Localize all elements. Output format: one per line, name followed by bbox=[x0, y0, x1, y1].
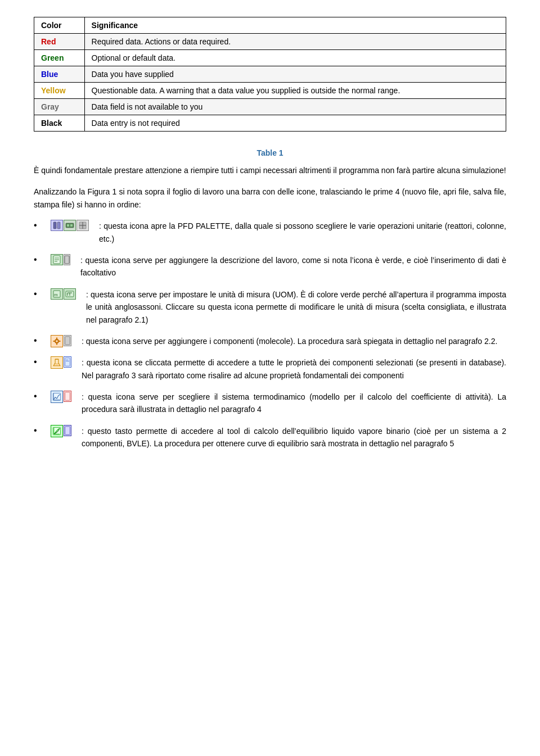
svg-rect-3 bbox=[67, 224, 69, 227]
table-header-significance: Significance bbox=[84, 17, 506, 34]
bullet-item-7: • bbox=[34, 425, 506, 450]
icon-desc-1 bbox=[51, 254, 63, 265]
table-cell-color-5: Black bbox=[34, 115, 85, 132]
icon-components bbox=[51, 335, 74, 347]
color-significance-table: Color Significance RedRequired data. Act… bbox=[34, 17, 506, 132]
svg-rect-1 bbox=[57, 222, 60, 229]
bullet-text-6: : questa icona serve per scegliere il si… bbox=[82, 391, 506, 416]
svg-rect-22 bbox=[56, 343, 57, 345]
icon-vle-side bbox=[64, 425, 71, 436]
bullet-text-4: : questa icona serve per aggiungere i co… bbox=[82, 335, 506, 347]
bullet-text-1: : questa icona apre la PFD PALETTE, dall… bbox=[99, 220, 506, 245]
bullet-text-3: : questa icona serve per impostare le un… bbox=[86, 288, 506, 326]
icon-vle-1 bbox=[51, 425, 63, 437]
table-cell-color-4: Gray bbox=[34, 99, 85, 115]
icon-box-1 bbox=[51, 220, 63, 231]
bullet-marker-3: • bbox=[34, 288, 51, 298]
svg-text:m: m bbox=[54, 292, 58, 297]
svg-rect-4 bbox=[70, 224, 73, 227]
svg-rect-0 bbox=[53, 222, 56, 229]
bullet-6-content: : questa icona serve per scegliere il si… bbox=[51, 391, 506, 416]
icon-prop-1 bbox=[51, 356, 63, 369]
bullet-marker-6: • bbox=[34, 391, 51, 401]
svg-rect-21 bbox=[56, 337, 57, 339]
bullet-list: • bbox=[34, 220, 506, 450]
svg-rect-27 bbox=[55, 359, 58, 360]
table-cell-significance-5: Data entry is not required bbox=[84, 115, 506, 132]
table-caption: Table 1 bbox=[34, 148, 506, 157]
icon-thermo-side bbox=[64, 391, 71, 402]
icon-vle bbox=[51, 425, 74, 437]
table-cell-significance-4: Data field is not available to you bbox=[84, 99, 506, 115]
svg-rect-25 bbox=[65, 337, 70, 345]
svg-rect-29 bbox=[53, 393, 60, 401]
table-header-color: Color bbox=[34, 17, 85, 34]
bullet-4-content: : questa icona serve per aggiungere i co… bbox=[51, 335, 506, 347]
bullet-2-content: : questa icona serve per aggiungere la d… bbox=[51, 254, 506, 279]
bullet-item-1: • bbox=[34, 220, 506, 245]
bullet-7-content: : questo tasto permette di accedere al t… bbox=[51, 425, 506, 450]
icon-desc-2 bbox=[64, 254, 70, 265]
icon-comp-1 bbox=[51, 335, 63, 347]
bullet-1-content: : questa icona apre la PFD PALETTE, dall… bbox=[51, 220, 506, 245]
svg-rect-36 bbox=[65, 427, 70, 435]
icon-uom-1: m bbox=[51, 288, 63, 300]
table-cell-color-0: Red bbox=[34, 34, 85, 50]
table-cell-significance-0: Required data. Actions or data required. bbox=[84, 34, 506, 50]
icon-box-2 bbox=[64, 220, 76, 231]
table-cell-significance-2: Data you have supplied bbox=[84, 66, 506, 83]
bullet-text-5: : questa icona se cliccata permette di a… bbox=[82, 356, 506, 382]
icon-prop-side bbox=[64, 356, 71, 368]
bullet-item-2: • bbox=[34, 254, 506, 279]
icon-thermo-1 bbox=[51, 391, 63, 403]
bullet-marker-5: • bbox=[34, 356, 51, 366]
svg-point-20 bbox=[56, 340, 58, 342]
svg-rect-23 bbox=[53, 341, 55, 342]
table-cell-significance-1: Optional or default data. bbox=[84, 50, 506, 66]
icon-thermo bbox=[51, 391, 74, 403]
icon-box-3 bbox=[76, 220, 89, 231]
icon-description bbox=[51, 254, 73, 265]
bullet-marker-2: • bbox=[34, 254, 51, 264]
intro-paragraph: È quindi fondamentale prestare attenzion… bbox=[34, 164, 506, 176]
table-cell-significance-3: Questionable data. A warning that a data… bbox=[84, 83, 506, 99]
bullet-item-4: • bbox=[34, 335, 506, 347]
bullet-marker-1: • bbox=[34, 220, 51, 230]
bullet-text-7: : questo tasto permette di accedere al t… bbox=[82, 425, 506, 450]
svg-rect-12 bbox=[65, 256, 69, 264]
svg-rect-28 bbox=[65, 358, 70, 366]
icon-properties bbox=[51, 356, 74, 369]
table-cell-color-1: Green bbox=[34, 50, 85, 66]
table-cell-color-3: Yellow bbox=[34, 83, 85, 99]
bullet-marker-4: • bbox=[34, 335, 51, 345]
icon-uom: m bbox=[51, 288, 78, 300]
bullet-item-3: • m bbox=[34, 288, 506, 326]
icon-pfd-palette bbox=[51, 220, 91, 231]
bullet-5-content: : questa icona se cliccata permette di a… bbox=[51, 356, 506, 382]
bullet-text-2: : questa icona serve per aggiungere la d… bbox=[80, 254, 506, 279]
table-cell-color-2: Blue bbox=[34, 66, 85, 83]
svg-rect-24 bbox=[59, 341, 61, 342]
bullet-marker-7: • bbox=[34, 425, 51, 435]
icon-comp-side bbox=[64, 335, 71, 346]
bullet-item-5: • bbox=[34, 356, 506, 382]
svg-point-26 bbox=[55, 364, 58, 365]
svg-rect-32 bbox=[65, 392, 70, 401]
second-paragraph: Analizzando la Figura 1 si nota sopra il… bbox=[34, 185, 506, 211]
bullet-3-content: m : questa icona serve per impostare le … bbox=[51, 288, 506, 326]
icon-uom-2 bbox=[64, 288, 76, 300]
bullet-item-6: • bbox=[34, 391, 506, 416]
